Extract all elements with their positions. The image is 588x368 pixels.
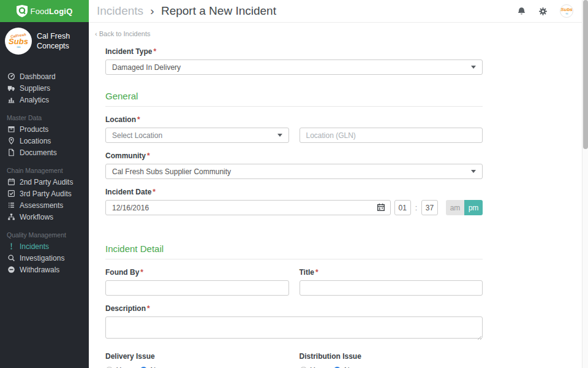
file-icon xyxy=(7,148,15,157)
shield-icon xyxy=(17,5,28,17)
description-label: Description* xyxy=(105,304,483,313)
chevron-down-icon xyxy=(471,170,476,173)
page-content: ‹ Back to Incidents Incident Type* Damag… xyxy=(89,23,582,368)
meridiem-toggle: am pm xyxy=(446,200,483,215)
incident-form: Incident Type* Damaged In Delivery Gener… xyxy=(105,47,483,368)
nav-section-quality-management: Quality Management xyxy=(0,229,89,240)
notifications-bell-icon[interactable] xyxy=(517,7,526,16)
calendar-check-icon xyxy=(7,178,15,186)
incident-type-select[interactable]: Damaged In Delivery xyxy=(105,59,483,75)
sidebar-item-2nd-party-audits[interactable]: 2nd Party Audits xyxy=(0,176,89,188)
found-by-input[interactable] xyxy=(105,280,289,296)
title-input[interactable] xyxy=(300,280,483,296)
page-title: Report a New Incident xyxy=(161,4,276,17)
org-avatar: CalFresh Subs ≈≈ xyxy=(5,28,32,55)
found-by-label: Found By* xyxy=(105,268,289,277)
sidebar-item-locations[interactable]: Locations xyxy=(0,135,89,147)
topbar: Incidents › Report a New Incident Subs ≈… xyxy=(89,0,582,23)
delivery-issue-label: Delivery Issue xyxy=(105,352,289,361)
time-separator: : xyxy=(415,204,417,212)
sidebar-item-workflows[interactable]: Workflows xyxy=(0,211,89,223)
org-brand[interactable]: CalFresh Subs ≈≈ Cal FreshConcepts xyxy=(0,22,89,61)
incident-type-label: Incident Type* xyxy=(105,47,483,56)
sidebar-item-analytics[interactable]: Analytics xyxy=(0,94,89,105)
chevron-down-icon xyxy=(277,134,282,137)
am-button[interactable]: am xyxy=(446,200,464,215)
magnifier-icon xyxy=(7,254,15,263)
back-link[interactable]: ‹ Back to Incidents xyxy=(95,30,151,37)
breadcrumb-incidents-link[interactable]: Incidents xyxy=(97,4,143,17)
sidebar-item-incidents[interactable]: Incidents xyxy=(0,240,89,252)
sidebar-item-assessments[interactable]: Assessments xyxy=(0,199,89,211)
incident-date-label: Incident Date* xyxy=(105,188,483,196)
sidebar-item-3rd-party-audits[interactable]: 3rd Party Audits xyxy=(0,188,89,199)
community-label: Community* xyxy=(105,151,483,160)
nav-section-chain-management: Chain Management xyxy=(0,164,89,176)
sidebar-item-suppliers[interactable]: Suppliers xyxy=(0,82,89,94)
app-window: FoodLogiQ CalFresh Subs ≈≈ Cal FreshConc… xyxy=(0,0,588,368)
community-select[interactable]: Cal Fresh Subs Supplier Community xyxy=(105,164,483,179)
hour-input[interactable] xyxy=(394,200,411,215)
location-select[interactable]: Select Location xyxy=(105,128,289,143)
bar-chart-icon xyxy=(7,96,15,104)
list-icon xyxy=(7,201,15,210)
dashboard-icon xyxy=(7,72,15,81)
user-avatar[interactable]: Subs ≈≈ xyxy=(560,4,573,18)
exclamation-icon xyxy=(7,242,15,251)
sidebar-item-products[interactable]: Products xyxy=(0,123,89,135)
settings-gear-icon[interactable] xyxy=(538,7,548,16)
sidebar-item-dashboard[interactable]: Dashboard xyxy=(0,71,89,82)
foodlogiq-logo[interactable]: FoodLogiQ xyxy=(0,0,89,22)
breadcrumb-separator: › xyxy=(150,4,154,17)
box-icon xyxy=(7,125,15,134)
truck-icon xyxy=(7,84,15,93)
map-pin-icon xyxy=(7,137,15,145)
sidebar-item-investigations[interactable]: Investigations xyxy=(0,252,89,264)
sitemap-icon xyxy=(7,213,15,221)
distribution-issue-label: Distribution Issue xyxy=(300,352,483,361)
sidebar-item-withdrawals[interactable]: Withdrawals xyxy=(0,264,89,275)
check-square-icon xyxy=(7,190,15,198)
nav-section-master-data: Master Data xyxy=(0,112,89,123)
title-label: Title* xyxy=(300,268,483,277)
scrollbar-thumb[interactable] xyxy=(583,0,588,149)
scrollbar[interactable] xyxy=(582,0,588,368)
location-label: Location* xyxy=(105,115,483,124)
breadcrumb: Incidents › Report a New Incident xyxy=(97,4,276,18)
incident-date-input[interactable] xyxy=(105,200,391,215)
sidebar-nav: Dashboard Suppliers Analytics Master Dat… xyxy=(0,61,89,275)
org-name: Cal FreshConcepts xyxy=(37,31,70,52)
location-gln-input[interactable] xyxy=(300,128,483,143)
sidebar-item-documents[interactable]: Documents xyxy=(0,147,89,158)
minus-circle-icon xyxy=(7,266,15,274)
app-name: FoodLogiQ xyxy=(31,7,73,16)
description-textarea[interactable] xyxy=(105,316,483,339)
general-section-title: General xyxy=(105,91,483,107)
incident-detail-section-title: Incident Detail xyxy=(105,243,483,259)
chevron-down-icon xyxy=(471,66,476,69)
minute-input[interactable] xyxy=(421,200,438,215)
pm-button[interactable]: pm xyxy=(464,200,483,215)
main-area: Incidents › Report a New Incident Subs ≈… xyxy=(89,0,582,368)
sidebar: FoodLogiQ CalFresh Subs ≈≈ Cal FreshConc… xyxy=(0,0,89,368)
